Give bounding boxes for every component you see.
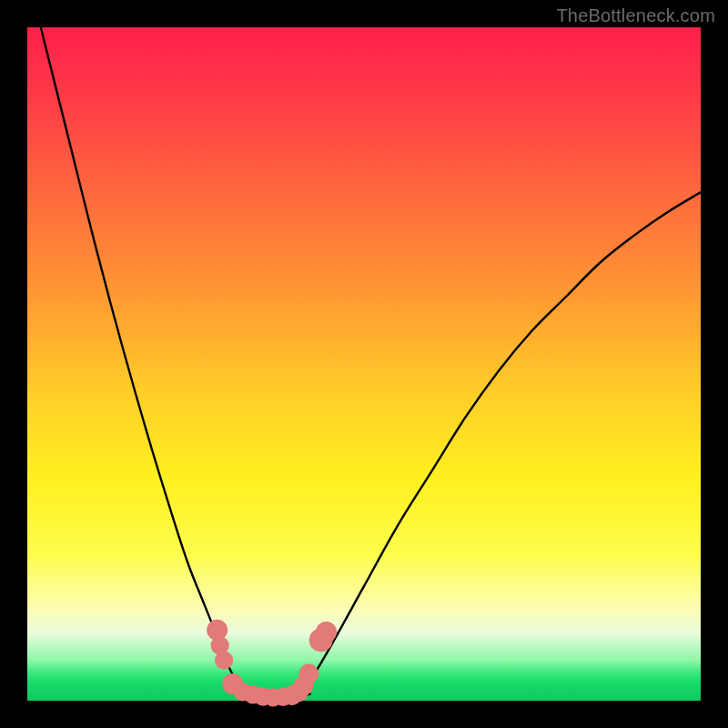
chart-svg — [27, 27, 701, 701]
curve-left-branch — [41, 27, 257, 697]
highlight-dots-group — [207, 620, 337, 707]
chart-frame: TheBottleneck.com — [0, 0, 728, 728]
highlight-dot — [316, 622, 337, 642]
highlight-dot — [215, 652, 233, 670]
highlight-dot — [299, 664, 319, 684]
watermark-text: TheBottleneck.com — [556, 5, 715, 26]
curve-right-branch — [297, 192, 701, 697]
curve-group — [41, 27, 701, 700]
